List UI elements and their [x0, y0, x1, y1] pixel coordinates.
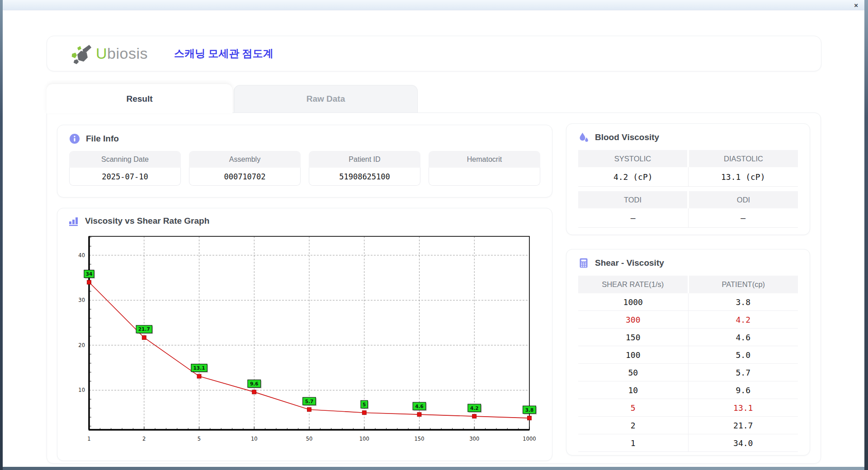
table-row: 10003.8 — [578, 293, 798, 311]
window-left-edge — [0, 0, 3, 470]
field-assembly: Assembly 000710702 — [189, 151, 301, 186]
svg-text:300: 300 — [469, 436, 479, 442]
shear-rate-cell: 2 — [578, 417, 689, 434]
field-value: 2025-07-10 — [69, 168, 181, 186]
todi-odi-header-row: TODI ODI — [578, 191, 798, 208]
patient-viscosity-cell: 4.2 — [689, 311, 798, 328]
patient-viscosity-cell: 3.8 — [689, 293, 798, 310]
svg-text:20: 20 — [78, 342, 85, 348]
app-title-korean: 스캐닝 모세관 점도계 — [174, 47, 274, 61]
svg-text:3.8: 3.8 — [525, 407, 534, 413]
blood-viscosity-table: SYSTOLIC DIASTOLIC 4.2 (cP) 13.1 (cP) TO… — [578, 150, 798, 228]
systolic-value: 4.2 (cP) — [578, 167, 689, 187]
blood-viscosity-card: Blood Viscosity SYSTOLIC DIASTOLIC 4.2 (… — [566, 123, 810, 235]
tab-raw-data-label: Raw Data — [307, 94, 345, 104]
shear-rate-cell: 100 — [578, 346, 689, 363]
logo-mark-icon — [70, 43, 93, 64]
field-patient-id: Patient ID 51908625100 — [309, 151, 420, 186]
brand-first-letter: U — [96, 45, 107, 62]
graph-title: Viscosity vs Shear Rate Graph — [85, 216, 209, 226]
field-hematocrit: Hematocrit — [429, 151, 540, 186]
table-row: 1005.0 — [578, 346, 798, 364]
result-panel: File Info Scanning Date 2025-07-10 Assem… — [47, 113, 821, 464]
svg-text:13.1: 13.1 — [193, 365, 205, 371]
svg-text:100: 100 — [359, 436, 369, 442]
file-info-title: File Info — [86, 134, 119, 144]
field-scanning-date: Scanning Date 2025-07-10 — [69, 151, 181, 186]
calculator-icon — [578, 258, 589, 268]
svg-text:5: 5 — [198, 436, 201, 442]
shear-rate-cell: 300 — [578, 311, 689, 328]
field-label: Assembly — [189, 151, 301, 168]
field-value: 000710702 — [189, 168, 301, 186]
todi-value: – — [578, 208, 689, 228]
table-row: 513.1 — [578, 399, 798, 417]
window-bottom-edge — [0, 467, 868, 470]
table-row: 1504.6 — [578, 329, 798, 346]
shear-rate-cell: 5 — [578, 399, 689, 416]
svg-text:10: 10 — [251, 436, 258, 442]
blood-drops-icon — [578, 132, 589, 143]
table-row: 109.6 — [578, 381, 798, 399]
file-info-card: File Info Scanning Date 2025-07-10 Assem… — [57, 125, 552, 197]
svg-text:9.6: 9.6 — [250, 381, 259, 386]
shear-rate-cell: 150 — [578, 329, 689, 346]
shear-viscosity-title: Shear - Viscosity — [595, 258, 664, 268]
patient-viscosity-cell: 5.7 — [689, 364, 798, 381]
todi-header: TODI — [578, 191, 687, 208]
info-icon — [69, 133, 80, 144]
brand-name-rest: biosis — [107, 45, 148, 62]
svg-text:30: 30 — [78, 297, 85, 303]
tab-raw-data[interactable]: Raw Data — [234, 85, 418, 113]
field-label: Patient ID — [309, 151, 420, 168]
patient-viscosity-cell: 13.1 — [689, 399, 798, 416]
odi-header: ODI — [689, 191, 798, 208]
window-titlebar: × — [3, 0, 864, 10]
tab-result[interactable]: Result — [47, 84, 232, 113]
shear-table-header-row: SHEAR RATE(1/s) PATIENT(cp) — [578, 276, 798, 293]
window-right-edge — [864, 0, 868, 470]
shear-rate-cell: 1 — [578, 434, 689, 451]
svg-text:1: 1 — [87, 436, 90, 442]
shear-rate-column-header: SHEAR RATE(1/s) — [578, 276, 688, 293]
svg-text:4.2: 4.2 — [470, 405, 479, 411]
svg-text:2: 2 — [142, 436, 146, 442]
app-header: Ubiosis 스캐닝 모세관 점도계 — [47, 36, 821, 71]
field-value — [429, 168, 540, 186]
svg-text:40: 40 — [78, 252, 85, 258]
odi-value: – — [689, 208, 798, 228]
diastolic-header: DIASTOLIC — [689, 150, 798, 167]
patient-viscosity-cell: 34.0 — [689, 434, 798, 451]
patient-viscosity-cell: 4.6 — [689, 329, 798, 346]
blood-viscosity-header-row: SYSTOLIC DIASTOLIC — [578, 150, 798, 167]
svg-text:4.6: 4.6 — [415, 404, 424, 409]
svg-text:150: 150 — [415, 436, 425, 442]
systolic-header: SYSTOLIC — [578, 150, 687, 167]
patient-viscosity-cell: 21.7 — [689, 417, 798, 434]
shear-viscosity-card: Shear - Viscosity SHEAR RATE(1/s) PATIEN… — [566, 249, 810, 456]
svg-text:50: 50 — [306, 436, 313, 442]
brand-wordmark: Ubiosis — [96, 45, 148, 62]
patient-column-header: PATIENT(cp) — [689, 276, 798, 293]
shear-rate-cell: 10 — [578, 381, 689, 399]
svg-text:34: 34 — [86, 271, 93, 277]
tab-result-label: Result — [126, 94, 152, 104]
todi-odi-value-row: – – — [578, 208, 798, 228]
blood-viscosity-title: Blood Viscosity — [595, 132, 659, 142]
bar-chart-icon — [68, 216, 79, 226]
svg-text:5: 5 — [363, 402, 366, 407]
window-close-button[interactable]: × — [854, 1, 858, 9]
table-row: 505.7 — [578, 364, 798, 381]
field-label: Hematocrit — [429, 151, 540, 168]
svg-text:10: 10 — [78, 387, 85, 393]
blood-viscosity-value-row: 4.2 (cP) 13.1 (cP) — [578, 167, 798, 187]
patient-viscosity-cell: 9.6 — [689, 381, 798, 399]
viscosity-chart: 10203040125105010015030010003421.713.19.… — [68, 231, 541, 446]
svg-text:21.7: 21.7 — [138, 326, 150, 332]
shear-rate-cell: 50 — [578, 364, 689, 381]
shear-rate-cell: 1000 — [578, 293, 689, 310]
chart-area: 10203040125105010015030010003421.713.19.… — [68, 231, 541, 446]
field-label: Scanning Date — [69, 151, 181, 168]
shear-table-body: 10003.83004.21504.61005.0505.7109.6513.1… — [578, 293, 798, 452]
diastolic-value: 13.1 (cP) — [689, 167, 798, 187]
